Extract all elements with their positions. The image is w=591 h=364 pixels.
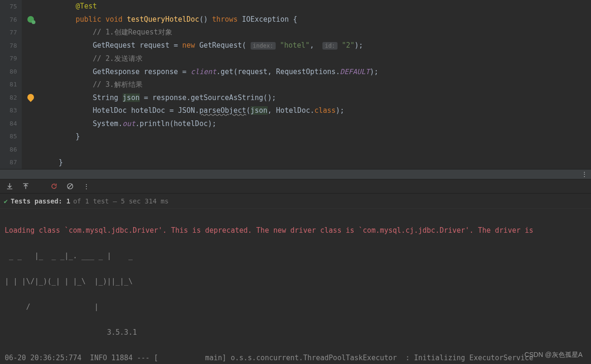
console-line: Loading class `com.mysql.jdbc.Driver'. T… [5, 224, 586, 237]
line-number: 81 [0, 78, 17, 91]
disabled-icon[interactable] [66, 183, 74, 190]
annotation-test: @Test [76, 2, 97, 10]
line-number: 79 [0, 52, 17, 65]
code-line-82: String json = response.getSourceAsString… [42, 92, 591, 105]
check-icon: ✔ [4, 197, 8, 205]
line-number: 77 [0, 26, 17, 39]
code-line-85: } [42, 130, 591, 144]
test-toolbar: ⋮ [0, 179, 591, 194]
tests-detail: of 1 test – 5 sec 314 ms [73, 197, 169, 205]
code-line-77: // 1.创建Request对象 [42, 26, 591, 39]
param-hint-index: index: [251, 42, 276, 50]
line-number: 80 [0, 65, 17, 78]
variable-json: json [123, 93, 140, 102]
code-line-75: @Test [42, 0, 591, 13]
code-line-79: // 2.发送请求 [42, 52, 591, 66]
code-line-87: } [42, 156, 591, 169]
code-area[interactable]: @Test public void testQueryHotelDoc() th… [22, 0, 591, 169]
gutter: 75 76 77 78 79 80 81 82 83 84 85 86 87 [0, 0, 22, 169]
more-options-icon[interactable]: ⋮ [581, 170, 587, 178]
code-line-80: GetResponse response = client.get(reques… [42, 66, 591, 79]
editor-area: 75 76 77 78 79 80 81 82 83 84 85 86 87 @… [0, 0, 591, 169]
line-number: 84 [0, 117, 17, 130]
line-number: 78 [0, 39, 17, 52]
code-line-83: HotelDoc hotelDoc = JSON.parseObject(jso… [42, 104, 591, 118]
code-line-78: GetRequest request = new GetRequest( ind… [42, 39, 591, 53]
download-icon[interactable] [6, 183, 13, 190]
console-line: | | |\/|_)(_| | |_\ |_)||_|_\ [5, 275, 586, 288]
line-number: 83 [0, 104, 17, 117]
panel-divider[interactable]: ⋮ [0, 169, 591, 179]
console-line: 3.5.3.1 [5, 326, 586, 339]
rerun-icon[interactable] [50, 183, 58, 190]
more-icon[interactable]: ⋮ [82, 183, 90, 190]
code-line-84: System.out.println(hotelDoc); [42, 118, 591, 131]
line-number: 75 [0, 0, 17, 13]
console-line: / | [5, 301, 586, 313]
param-hint-id: id: [322, 42, 338, 50]
console-line: 06-20 20:36:25:774 INFO 11884 --- [ main… [5, 352, 586, 364]
upload-icon[interactable] [22, 183, 29, 190]
line-number: 82 [0, 91, 17, 104]
line-number: 86 [0, 143, 17, 156]
tests-passed-label: Tests passed: 1 [10, 197, 70, 205]
line-number: 85 [0, 130, 17, 143]
code-line-86 [42, 144, 591, 157]
code-line-76: public void testQueryHotelDoc() throws I… [42, 13, 591, 26]
test-status-bar: ✔ Tests passed: 1 of 1 test – 5 sec 314 … [0, 194, 591, 209]
code-line-81: // 3.解析结果 [42, 78, 591, 92]
svg-line-1 [68, 184, 72, 188]
watermark: CSDN @灰色孤星A [524, 351, 583, 359]
console-line: _ _ |_ _ _|_. ___ _ | _ [5, 250, 586, 262]
line-number: 76 [0, 13, 17, 26]
console-output[interactable]: Loading class `com.mysql.jdbc.Driver'. T… [0, 209, 591, 364]
line-number: 87 [0, 156, 17, 169]
